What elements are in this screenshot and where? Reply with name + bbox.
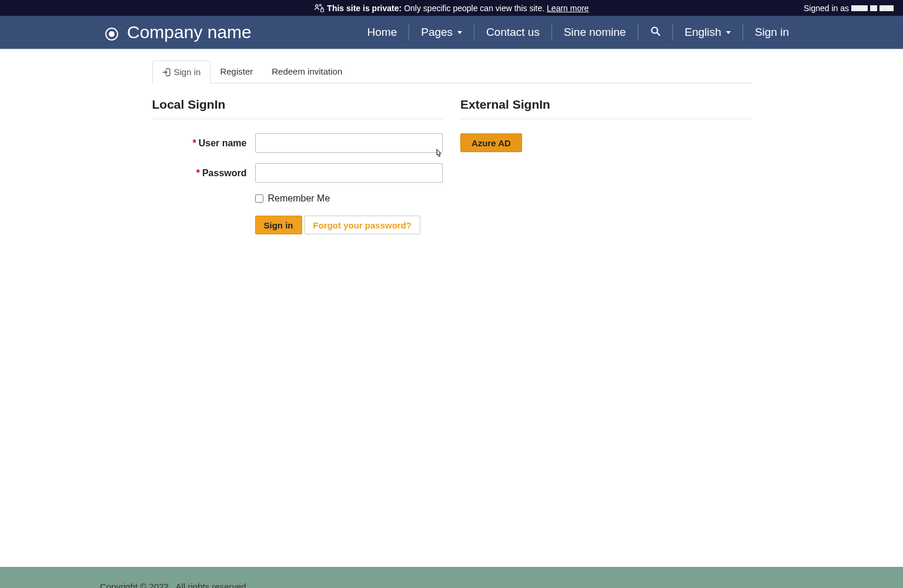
svg-rect-2: [321, 9, 324, 12]
svg-point-1: [320, 4, 322, 6]
brand[interactable]: Company name: [105, 22, 252, 42]
nav-search[interactable]: [638, 24, 673, 41]
svg-point-0: [316, 4, 318, 6]
nav-contact[interactable]: Contact us: [474, 24, 551, 41]
username-input[interactable]: [255, 133, 443, 153]
learn-more-link[interactable]: Learn more: [547, 4, 589, 13]
password-input[interactable]: [255, 163, 443, 183]
svg-point-4: [109, 31, 115, 37]
search-icon: [650, 26, 661, 39]
tab-signin[interactable]: Sign in: [152, 61, 211, 83]
redacted-text: [851, 5, 868, 11]
username-label: *User name: [152, 138, 255, 149]
brand-name: Company name: [127, 22, 252, 42]
main-navigation: Company name Home Pages Contact us Sine …: [0, 16, 903, 49]
nav-sine-nomine[interactable]: Sine nomine: [551, 24, 638, 41]
local-signin-heading: Local SignIn: [152, 98, 443, 119]
external-signin-panel: External SignIn Azure AD: [460, 98, 751, 234]
signin-icon: [162, 68, 170, 76]
nav-signin[interactable]: Sign in: [743, 24, 801, 41]
azure-ad-button[interactable]: Azure AD: [460, 133, 522, 152]
password-label: *Password: [152, 168, 255, 179]
redacted-text: [870, 5, 877, 11]
tab-register[interactable]: Register: [210, 61, 262, 83]
private-description: Only specific people can view this site.: [404, 4, 544, 13]
nav-pages[interactable]: Pages: [409, 24, 474, 41]
signin-button[interactable]: Sign in: [255, 216, 302, 234]
signed-in-info: Signed in as: [804, 4, 894, 13]
chevron-down-icon: [726, 31, 731, 34]
external-signin-heading: External SignIn: [460, 98, 751, 119]
private-site-bar: This site is private: Only specific peop…: [0, 0, 903, 16]
redacted-text: [879, 5, 894, 11]
tab-redeem[interactable]: Redeem invitation: [262, 61, 352, 83]
tab-signin-label: Sign in: [174, 67, 201, 77]
lock-people-icon: [314, 4, 325, 13]
signed-in-as-label: Signed in as: [804, 4, 849, 13]
svg-line-6: [657, 32, 660, 35]
nav-language[interactable]: English: [673, 24, 743, 41]
brand-logo-icon: [105, 25, 119, 39]
content-container: Sign in Register Redeem invitation Local…: [152, 49, 751, 234]
private-bold-text: This site is private:: [327, 4, 402, 13]
nav-home[interactable]: Home: [356, 24, 409, 41]
local-signin-panel: Local SignIn *User name *Password Rememb…: [152, 98, 443, 234]
chevron-down-icon: [457, 31, 462, 34]
remember-me-label: Remember Me: [268, 193, 330, 204]
forgot-password-button[interactable]: Forgot your password?: [305, 216, 421, 234]
remember-me-checkbox[interactable]: [255, 194, 263, 203]
